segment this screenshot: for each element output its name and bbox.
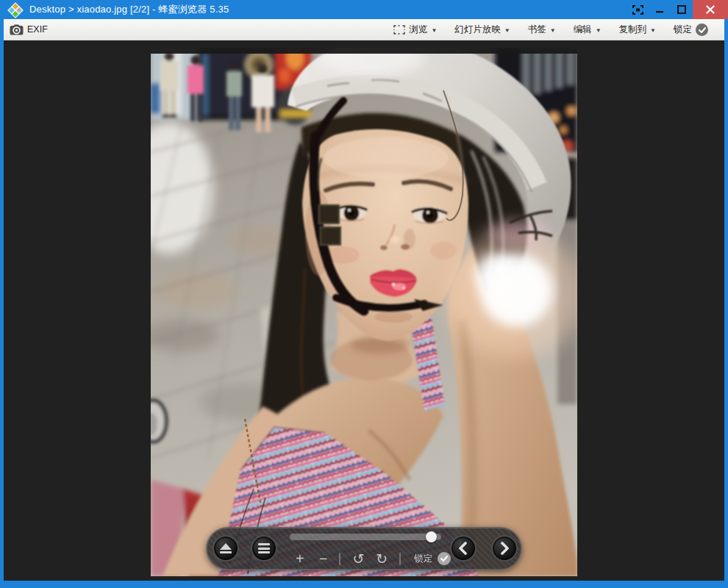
menu-edit[interactable]: 编辑 ▼ [574, 24, 602, 36]
zoom-out-button[interactable]: − [319, 551, 328, 566]
close-icon [706, 5, 715, 14]
maximize-button[interactable] [671, 0, 693, 19]
viewer-control-bar: + − ↺ ↻ 锁定 [206, 527, 522, 570]
hamburger-icon [258, 543, 270, 545]
exif-button[interactable]: EXIF [10, 24, 48, 35]
main-toolbar: EXIF 浏览 ▼ 幻灯片放映 ▼ 书签 ▼ 编辑 ▼ 复制到 ▼ [4, 19, 724, 40]
menu-copy-to[interactable]: 复制到 ▼ [619, 24, 656, 36]
app-logo-icon [7, 2, 24, 18]
control-row: + − ↺ ↻ 锁定 [290, 549, 510, 568]
menu-browse[interactable]: 浏览 ▼ [393, 24, 437, 36]
eject-button[interactable] [213, 535, 239, 562]
minimize-button[interactable] [649, 0, 671, 19]
menu-copy-to-label: 复制到 [619, 24, 647, 36]
divider [399, 553, 401, 565]
exif-label: EXIF [27, 24, 48, 35]
menu-slideshow[interactable]: 幻灯片放映 ▼ [454, 24, 510, 36]
chevron-down-icon: ▼ [650, 27, 656, 34]
previous-image-button[interactable] [450, 535, 477, 562]
minimize-icon [655, 5, 664, 14]
browse-view-icon [393, 25, 405, 35]
menu-bookmarks-label: 书签 [528, 24, 546, 36]
toolbar-lock-toggle[interactable]: 锁定 [674, 24, 708, 36]
window-border-left [0, 19, 4, 581]
lock-check-icon [440, 556, 448, 562]
menu-list-button[interactable] [251, 535, 277, 562]
eject-icon [220, 543, 232, 550]
controlbar-lock-label: 锁定 [414, 553, 432, 565]
menu-bookmarks[interactable]: 书签 ▼ [528, 24, 556, 36]
title-bar: Desktop > xiaodao.jpg [2/2] - 蜂蜜浏览器 5.35 [0, 0, 728, 19]
window-title: Desktop > xiaodao.jpg [2/2] - 蜂蜜浏览器 5.35 [29, 3, 229, 16]
rotate-right-button[interactable]: ↻ [376, 552, 388, 566]
photo-illustration [151, 48, 577, 576]
chevron-down-icon: ▼ [431, 27, 437, 34]
close-button[interactable] [693, 0, 728, 19]
fullscreen-button[interactable] [627, 0, 649, 19]
camera-icon [10, 24, 24, 35]
maximize-icon [677, 5, 686, 14]
toolbar-lock-label: 锁定 [674, 24, 692, 36]
menu-browse-label: 浏览 [409, 24, 427, 36]
chevron-right-icon [499, 542, 510, 555]
fullscreen-icon [632, 5, 643, 15]
controlbar-lock-checkbox[interactable] [438, 552, 451, 565]
chevron-down-icon: ▼ [550, 27, 556, 34]
window-border-bottom [0, 581, 728, 588]
menu-slideshow-label: 幻灯片放映 [454, 24, 501, 36]
chevron-down-icon: ▼ [596, 27, 602, 34]
menu-edit-label: 编辑 [574, 24, 592, 36]
navigation-slider-thumb[interactable] [426, 531, 437, 542]
lock-check-icon [696, 24, 708, 36]
zoom-in-button[interactable]: + [296, 551, 304, 566]
chevron-down-icon: ▼ [504, 27, 510, 34]
rotate-left-button[interactable]: ↺ [352, 552, 364, 566]
chevron-left-icon [457, 542, 469, 555]
next-image-button[interactable] [491, 535, 518, 562]
photo-image[interactable] [151, 48, 577, 576]
divider [339, 553, 340, 565]
navigation-slider[interactable] [290, 534, 441, 540]
window-border-right [724, 19, 728, 581]
